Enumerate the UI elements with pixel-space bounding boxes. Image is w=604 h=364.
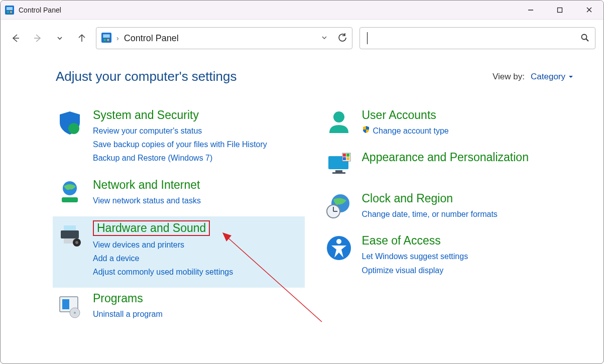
breadcrumb[interactable]: Control Panel bbox=[124, 33, 179, 44]
window-controls bbox=[516, 1, 603, 20]
refresh-button[interactable] bbox=[338, 33, 347, 44]
window-title: Control Panel bbox=[19, 6, 61, 14]
category-link[interactable]: Optimize visual display bbox=[362, 264, 468, 277]
maximize-button[interactable] bbox=[545, 1, 574, 20]
svg-point-14 bbox=[582, 34, 587, 39]
category-link[interactable]: Adjust commonly used mobility settings bbox=[93, 265, 233, 279]
content-header: Adjust your computer's settings View by:… bbox=[56, 69, 573, 84]
monitor-icon bbox=[325, 151, 353, 179]
category-link[interactable]: Change date, time, or number formats bbox=[362, 207, 498, 221]
chevron-down-icon bbox=[568, 74, 573, 79]
user-icon bbox=[325, 108, 353, 137]
svg-point-2 bbox=[7, 11, 9, 13]
svg-rect-11 bbox=[103, 34, 109, 38]
view-by-value: Category bbox=[531, 72, 565, 82]
svg-line-15 bbox=[586, 39, 589, 41]
right-column: User Accounts Change account type bbox=[325, 104, 574, 330]
titlebar: Control Panel bbox=[1, 1, 603, 20]
category-title[interactable]: Programs bbox=[93, 292, 163, 305]
category-appearance-personalization: Appearance and Personalization bbox=[325, 147, 574, 188]
programs-icon bbox=[56, 292, 84, 320]
category-title[interactable]: Ease of Access bbox=[362, 234, 468, 248]
category-network-internet: Network and Internet View network status… bbox=[56, 174, 305, 216]
nav-arrows bbox=[9, 31, 89, 45]
category-user-accounts: User Accounts Change account type bbox=[325, 104, 574, 147]
svg-rect-33 bbox=[343, 154, 346, 157]
forward-button[interactable] bbox=[31, 31, 45, 45]
globe-network-icon bbox=[56, 178, 84, 206]
svg-rect-19 bbox=[61, 230, 79, 238]
category-link[interactable]: Save backup copies of your files with Fi… bbox=[93, 138, 267, 151]
address-bar[interactable]: › Control Panel bbox=[96, 27, 352, 49]
svg-point-13 bbox=[107, 39, 109, 41]
content-area: Adjust your computer's settings View by:… bbox=[1, 57, 603, 330]
category-link[interactable]: Uninstall a program bbox=[93, 307, 163, 321]
search-icon bbox=[581, 34, 589, 43]
minimize-button[interactable] bbox=[516, 1, 545, 20]
page-title: Adjust your computer's settings bbox=[56, 69, 236, 84]
search-input[interactable] bbox=[359, 27, 595, 49]
left-column: System and Security Review your computer… bbox=[56, 104, 305, 330]
close-button[interactable] bbox=[574, 1, 603, 20]
svg-rect-36 bbox=[346, 157, 349, 160]
text-caret bbox=[367, 32, 368, 44]
svg-point-28 bbox=[333, 111, 344, 123]
svg-point-42 bbox=[336, 239, 341, 244]
svg-point-16 bbox=[68, 123, 79, 134]
category-system-security: System and Security Review your computer… bbox=[56, 104, 305, 174]
category-title[interactable]: Network and Internet bbox=[93, 178, 201, 192]
category-link-text: Change account type bbox=[373, 124, 449, 138]
svg-point-27 bbox=[74, 312, 76, 314]
category-link[interactable]: Add a device bbox=[93, 252, 233, 265]
svg-rect-25 bbox=[62, 299, 69, 309]
accessibility-icon bbox=[325, 234, 353, 262]
category-programs: Programs Uninstall a program bbox=[56, 288, 305, 330]
up-button[interactable] bbox=[75, 31, 89, 45]
category-columns: System and Security Review your computer… bbox=[56, 104, 573, 330]
category-clock-region: Clock and Region Change date, time, or n… bbox=[325, 188, 574, 230]
view-by-label: View by: bbox=[493, 72, 525, 82]
category-link[interactable]: Let Windows suggest settings bbox=[362, 250, 468, 263]
category-title[interactable]: Clock and Region bbox=[362, 192, 498, 205]
svg-rect-1 bbox=[7, 7, 13, 10]
address-icon bbox=[101, 33, 111, 44]
category-ease-of-access: Ease of Access Let Windows suggest setti… bbox=[325, 230, 574, 286]
recent-locations-button[interactable] bbox=[53, 31, 67, 45]
printer-icon bbox=[56, 220, 84, 249]
svg-point-12 bbox=[103, 39, 105, 41]
svg-rect-5 bbox=[558, 8, 562, 12]
category-title[interactable]: Appearance and Personalization bbox=[362, 151, 529, 164]
category-title[interactable]: System and Security bbox=[93, 108, 267, 122]
view-by-control: View by: Category bbox=[493, 72, 573, 82]
view-by-dropdown[interactable]: Category bbox=[531, 72, 573, 82]
shield-icon bbox=[56, 108, 84, 137]
svg-point-23 bbox=[75, 241, 78, 244]
svg-rect-34 bbox=[346, 154, 349, 157]
category-link[interactable]: Review your computer's status bbox=[93, 124, 267, 138]
svg-point-3 bbox=[10, 11, 12, 13]
back-button[interactable] bbox=[9, 31, 23, 45]
nav-row: › Control Panel bbox=[1, 20, 603, 57]
category-hardware-sound: Hardware and Sound View devices and prin… bbox=[53, 216, 305, 288]
svg-rect-20 bbox=[64, 225, 76, 230]
svg-rect-30 bbox=[335, 170, 342, 172]
category-link[interactable]: Change account type bbox=[362, 124, 449, 138]
clock-globe-icon bbox=[325, 192, 353, 220]
uac-shield-icon bbox=[362, 124, 370, 138]
svg-rect-18 bbox=[62, 197, 78, 202]
category-link[interactable]: View devices and printers bbox=[93, 238, 233, 252]
breadcrumb-separator: › bbox=[116, 34, 119, 42]
svg-rect-31 bbox=[332, 172, 345, 174]
address-dropdown-button[interactable] bbox=[321, 34, 328, 43]
svg-rect-35 bbox=[343, 157, 346, 160]
control-panel-icon bbox=[5, 5, 15, 15]
category-link[interactable]: View network status and tasks bbox=[93, 194, 201, 207]
category-title-highlighted[interactable]: Hardware and Sound bbox=[93, 220, 210, 236]
category-link[interactable]: Backup and Restore (Windows 7) bbox=[93, 151, 267, 165]
category-title[interactable]: User Accounts bbox=[362, 108, 449, 122]
